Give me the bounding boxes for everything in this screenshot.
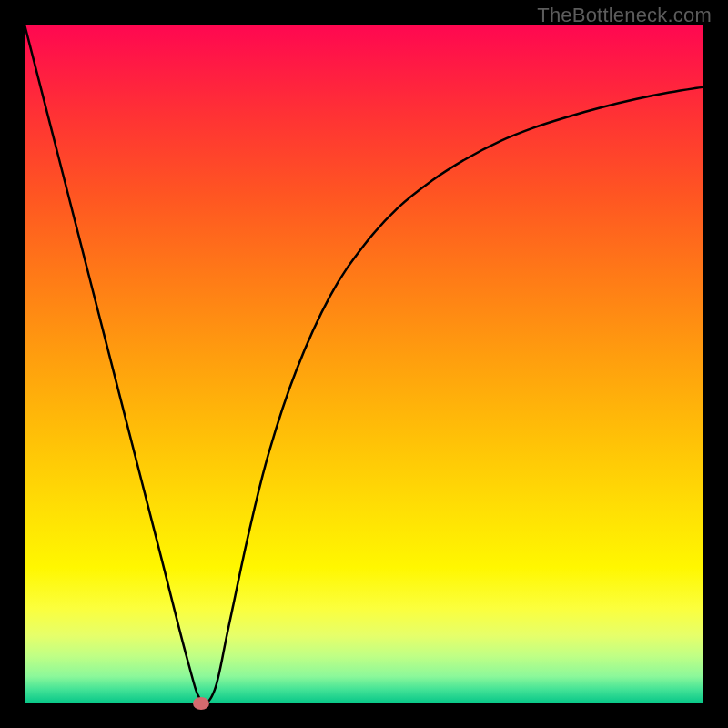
minimum-marker — [193, 697, 209, 710]
chart-container: TheBottleneck.com — [0, 0, 728, 728]
plot-area — [25, 25, 703, 703]
bottleneck-curve — [25, 25, 703, 703]
